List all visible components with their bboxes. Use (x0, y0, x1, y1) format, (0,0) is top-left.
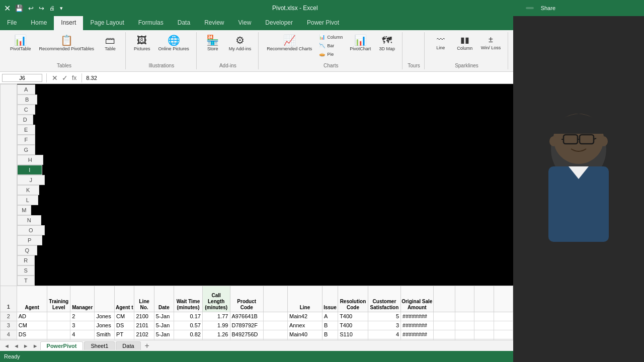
insert-function-btn[interactable]: fx (71, 74, 77, 81)
header-q[interactable] (433, 286, 455, 312)
cell-C3[interactable]: 3 (70, 321, 95, 330)
cell-P2[interactable]: ######## (401, 312, 433, 321)
cell-A4[interactable]: DS (17, 330, 47, 339)
header-s[interactable] (474, 286, 494, 312)
col-header-d[interactable]: D (17, 115, 33, 125)
tab-view[interactable]: View (231, 16, 259, 30)
cell-O3[interactable]: 3 (368, 321, 400, 330)
cell-T4[interactable] (494, 330, 513, 339)
header-line[interactable]: Line (288, 286, 323, 312)
col-header-c[interactable]: C (17, 105, 35, 115)
scroll-sheets-left[interactable]: ◄ (2, 343, 12, 349)
online-pictures-btn[interactable]: 🌐 Online Pictures (155, 33, 192, 53)
cell-Q4[interactable] (433, 330, 455, 339)
scroll-sheets-left2[interactable]: ◄ (12, 343, 21, 349)
row-1-num[interactable]: 1 (1, 286, 17, 312)
col-header-s[interactable]: S (17, 265, 35, 276)
minimize-btn[interactable] (562, 0, 586, 16)
confirm-formula-btn[interactable]: ✓ (61, 74, 69, 82)
cell-N3[interactable]: T400 (338, 321, 368, 330)
cell-J3[interactable]: D789792F (230, 321, 263, 330)
col-header-e[interactable]: E (17, 125, 35, 135)
col-header-l[interactable]: L (17, 195, 38, 205)
header-d[interactable] (95, 286, 115, 312)
restore-btn[interactable] (590, 0, 613, 16)
cell-A3[interactable]: CM (17, 321, 47, 330)
pie-chart-btn[interactable]: 🥧 Pie (317, 50, 345, 58)
header-issue[interactable]: Issue (322, 286, 338, 312)
scroll-sheets-right2[interactable]: ► (31, 343, 40, 349)
user-name[interactable] (526, 7, 534, 9)
cell-B2[interactable] (47, 312, 70, 321)
cell-B4[interactable] (47, 330, 70, 339)
cell-J2[interactable]: A976641B (230, 312, 263, 321)
row-3-num[interactable]: 3 (1, 321, 17, 330)
cell-T2[interactable] (494, 312, 513, 321)
3d-map-btn[interactable]: 🗺 3D Map (376, 33, 398, 53)
header-original-sale[interactable]: Original Sale Amount (401, 286, 433, 312)
col-header-h[interactable]: H (17, 155, 43, 165)
cell-K2[interactable] (263, 312, 287, 321)
cell-Q3[interactable] (433, 321, 455, 330)
col-header-j[interactable]: J (17, 175, 45, 185)
cell-I2[interactable]: 1.77 (202, 312, 230, 321)
line-sparkline-btn[interactable]: 〰 Line (430, 33, 452, 52)
cell-M3[interactable]: B (322, 321, 338, 330)
redo-qa-btn[interactable]: ↪ (37, 4, 46, 13)
cell-I3[interactable]: 1.99 (202, 321, 230, 330)
pivot-table-btn[interactable]: 📊 PivotTable (7, 33, 34, 53)
cell-I4[interactable]: 1.26 (202, 330, 230, 339)
column-sparkline-btn[interactable]: ▮▮ Column (454, 33, 476, 53)
more-qa-btn[interactable]: ▾ (58, 4, 64, 13)
cell-G2[interactable]: 5-Jan (154, 312, 174, 321)
col-header-o[interactable]: O (17, 225, 45, 235)
cell-S4[interactable] (474, 330, 494, 339)
cell-E4[interactable]: PT (115, 330, 134, 339)
tab-data[interactable]: Data (171, 16, 197, 30)
col-header-q[interactable]: Q (17, 245, 37, 255)
col-header-n[interactable]: N (17, 215, 41, 225)
cell-O4[interactable]: 4 (368, 330, 400, 339)
cell-G3[interactable]: 5-Jan (154, 321, 174, 330)
header-line-no[interactable]: Line No. (134, 286, 154, 312)
share-btn[interactable]: Share (538, 4, 558, 12)
print-qa-btn[interactable]: 🖨 (48, 4, 56, 12)
cell-D2[interactable]: Jones (95, 312, 115, 321)
col-header-m[interactable]: M (17, 205, 31, 215)
row-4-num[interactable]: 4 (1, 330, 17, 339)
header-manager[interactable]: Manager (70, 286, 95, 312)
cell-D4[interactable]: Smith (95, 330, 115, 339)
recommended-charts-btn[interactable]: 📈 Recommended Charts (264, 33, 315, 53)
cell-B3[interactable] (47, 321, 70, 330)
row-2-num[interactable]: 2 (1, 312, 17, 321)
cell-S3[interactable] (474, 321, 494, 330)
cell-F4[interactable]: 2102 (134, 330, 154, 339)
cell-M2[interactable]: A (322, 312, 338, 321)
cell-R3[interactable] (455, 321, 474, 330)
cell-P3[interactable]: ######## (401, 321, 433, 330)
col-header-i[interactable]: I (17, 165, 42, 175)
col-header-r[interactable]: R (17, 255, 35, 265)
header-t[interactable] (494, 286, 513, 312)
cell-K4[interactable] (263, 330, 287, 339)
pictures-btn[interactable]: 🖼 Pictures (131, 33, 153, 53)
winloss-sparkline-btn[interactable]: ± Win/ Loss (478, 33, 504, 52)
cell-N2[interactable]: T400 (338, 312, 368, 321)
col-header-k[interactable]: K (17, 185, 39, 195)
sheet-tab-sheet1[interactable]: Sheet1 (84, 341, 115, 350)
cell-H2[interactable]: 0.17 (174, 312, 203, 321)
header-agent-t[interactable]: Agent t (115, 286, 134, 312)
header-wait-time[interactable]: Wait Time (minutes) (174, 286, 203, 312)
store-btn[interactable]: 🏪 Store (202, 33, 224, 53)
col-header-f[interactable]: F (17, 135, 35, 145)
save-qa-btn[interactable]: 💾 (14, 4, 25, 13)
cell-F3[interactable]: 2101 (134, 321, 154, 330)
header-training[interactable]: Training Level (47, 286, 70, 312)
cell-S2[interactable] (474, 312, 494, 321)
tab-home[interactable]: Home (24, 16, 54, 30)
cell-D3[interactable]: Jones (95, 321, 115, 330)
cell-K3[interactable] (263, 321, 287, 330)
header-product-code[interactable]: Product Code (230, 286, 263, 312)
sheet-tab-powerpivot[interactable]: PowerPivot (40, 341, 84, 350)
cell-P4[interactable]: ######## (401, 330, 433, 339)
